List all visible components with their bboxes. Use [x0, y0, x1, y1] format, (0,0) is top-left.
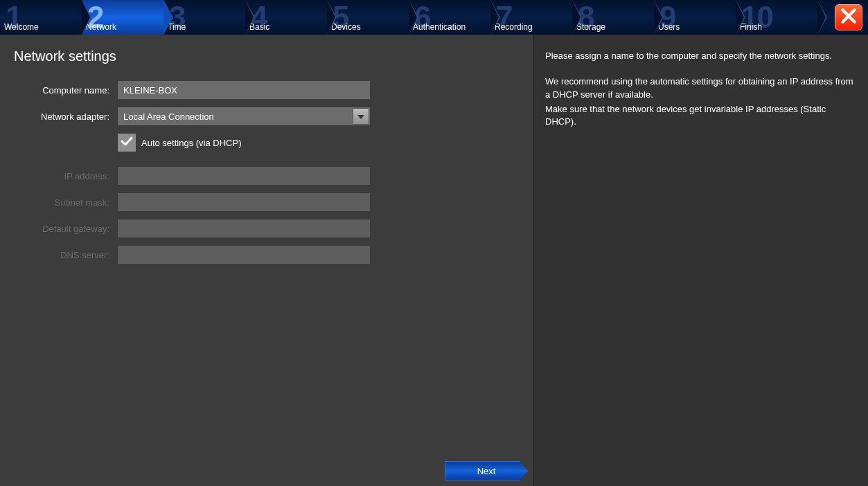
help-panel: Please assign a name to the computer and… [533, 35, 868, 486]
wizard-stepbar: 1 Welcome 2 Network 3 Time 4 Basic 5 Dev… [0, 0, 868, 35]
main-area: Network settings Computer name: Network … [0, 35, 868, 486]
next-button-label: Next [477, 466, 496, 476]
step-storage[interactable]: 8 Storage [572, 0, 654, 35]
step-label: Authentication [413, 22, 466, 32]
row-auto-settings: Auto settings (via DHCP) [118, 134, 520, 152]
subnet-mask-label: Subnet mask: [14, 197, 118, 208]
row-network-adapter: Network adapter: Local Area Connection [14, 107, 520, 125]
form-panel: Network settings Computer name: Network … [0, 35, 533, 486]
step-devices[interactable]: 5 Devices [327, 0, 409, 35]
step-welcome[interactable]: 1 Welcome [0, 0, 82, 35]
step-recording[interactable]: 7 Recording [490, 0, 572, 35]
step-authentication[interactable]: 6 Authentication [409, 0, 490, 35]
dns-server-label: DNS server: [14, 250, 118, 260]
auto-settings-checkbox[interactable] [118, 134, 136, 152]
next-button[interactable]: Next [445, 461, 528, 480]
step-label: Welcome [4, 22, 39, 32]
step-basic[interactable]: 4 Basic [245, 0, 327, 35]
computer-name-label: Computer name: [14, 85, 118, 96]
network-adapter-label: Network adapter: [14, 111, 118, 122]
step-time[interactable]: 3 Time [163, 0, 245, 35]
row-dns-server: DNS server: [14, 246, 520, 264]
step-label: Recording [495, 22, 533, 32]
dropdown-button[interactable] [353, 108, 369, 125]
subnet-mask-input[interactable] [118, 193, 370, 211]
row-computer-name: Computer name: [14, 81, 520, 99]
step-network[interactable]: 2 Network [82, 0, 163, 35]
help-text-2: We recommend using the automatic setting… [545, 75, 857, 102]
network-adapter-select[interactable]: Local Area Connection [118, 107, 370, 125]
auto-settings-label: Auto settings (via DHCP) [141, 138, 242, 148]
row-default-gateway: Default gateway: [14, 219, 520, 237]
close-button[interactable] [835, 4, 862, 30]
network-adapter-value: Local Area Connection [118, 111, 352, 122]
step-users[interactable]: 9 Users [654, 0, 736, 35]
close-icon [840, 7, 858, 28]
help-text-1: Please assign a name to the computer and… [545, 50, 857, 63]
checkmark-icon [121, 136, 133, 149]
row-ip-address: IP address: [14, 167, 520, 185]
help-text-3: Make sure that the network devices get i… [545, 103, 857, 129]
default-gateway-label: Default gateway: [14, 224, 118, 234]
ip-address-label: IP address: [14, 171, 118, 181]
computer-name-input[interactable] [118, 81, 370, 99]
dns-server-input[interactable] [118, 246, 370, 264]
page-title: Network settings [14, 48, 520, 64]
chevron-down-icon [357, 110, 365, 123]
ip-address-input[interactable] [118, 167, 370, 185]
row-subnet-mask: Subnet mask: [14, 193, 520, 211]
step-finish[interactable]: 10 Finish [736, 0, 817, 35]
default-gateway-input[interactable] [118, 219, 370, 237]
